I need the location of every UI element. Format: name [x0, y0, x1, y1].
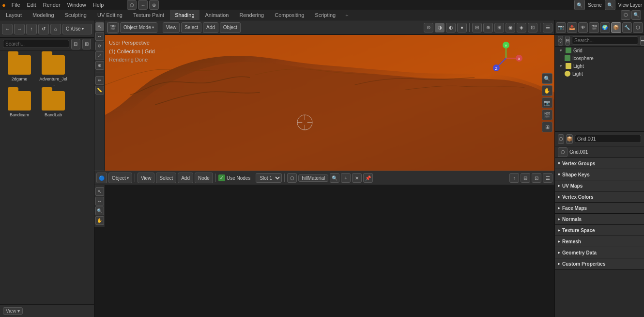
slot-select[interactable]: Slot 1 [256, 173, 282, 183]
prop-icon-render[interactable]: 📷 [556, 22, 566, 33]
file-item-bandicam[interactable]: Bandicam [5, 91, 34, 117]
viewport-canvas[interactable]: User Perspective (1) Collection | Grid R… [105, 35, 554, 171]
viewport-shading-1[interactable]: ⊙ [424, 23, 433, 32]
node-tool-1[interactable]: ↖ [95, 187, 104, 196]
remesh-header[interactable]: ▸ Remesh [555, 236, 644, 247]
editor-type-btn[interactable]: 🎬 [107, 22, 118, 33]
node-new-material-btn[interactable]: + [341, 173, 351, 183]
nav-forward-btn[interactable]: → [14, 24, 25, 34]
viewport-snap-btn[interactable]: ⊞ [494, 23, 504, 32]
tool-measure[interactable]: 📏 [95, 86, 104, 95]
vertex-colors-header[interactable]: ▸ Vertex Colors [555, 191, 644, 202]
tab-texture-paint[interactable]: Texture Paint [128, 10, 169, 20]
menu-window[interactable]: Window [64, 1, 89, 9]
view-menu-btn[interactable]: View [163, 22, 180, 33]
use-nodes-checkbox[interactable]: ✓ [218, 174, 225, 181]
tool-move[interactable]: ↔ [95, 32, 104, 41]
menu-render[interactable]: Render [40, 1, 63, 9]
screen-options-2[interactable]: 🔍 [631, 10, 641, 20]
node-pan[interactable]: ✋ [95, 216, 104, 225]
header-tool-1[interactable]: ⬡ [127, 0, 137, 10]
node-delete-btn[interactable]: ✕ [352, 173, 362, 183]
outliner-filter-btn[interactable]: ⊟ [565, 36, 570, 46]
zoom-in-btn[interactable]: 🔍 [542, 73, 552, 84]
outliner-options-btn[interactable]: ☰ [640, 36, 644, 46]
viewport-gizmo-btn[interactable]: ⊕ [483, 23, 493, 32]
outliner-grid[interactable]: ▾ Grid [555, 47, 644, 54]
view-layer-options-btn[interactable]: 🔍 [605, 0, 615, 10]
nav-back-btn[interactable]: ← [2, 24, 13, 34]
menu-help[interactable]: Help [90, 1, 107, 9]
file-item-bandlab[interactable]: BandLab [39, 91, 68, 117]
texture-space-header[interactable]: ▸ Texture Space [555, 225, 644, 236]
prop-icon-output[interactable]: 📤 [567, 22, 577, 33]
outliner-light[interactable]: Light [555, 70, 644, 78]
object-type-icon[interactable]: ⬡ [558, 134, 564, 144]
menu-edit[interactable]: Edit [24, 1, 39, 9]
object-mode-btn[interactable]: Object Mode [120, 22, 157, 33]
header-tool-3[interactable]: ⊕ [149, 0, 159, 10]
shape-keys-header[interactable]: ▾ Shape Keys [555, 169, 644, 180]
prop-icon-view[interactable]: 👁 [578, 22, 588, 33]
header-tool-2[interactable]: ↔ [138, 0, 148, 10]
tool-transform[interactable]: ⊕ [95, 61, 104, 70]
tab-uv-editing[interactable]: UV Editing [92, 10, 127, 20]
viewport-overlay-btn[interactable]: ⊟ [472, 23, 482, 32]
outliner-type-btn[interactable]: ⬡ [558, 36, 563, 46]
viewport-shading-3[interactable]: ◐ [446, 23, 456, 32]
pan-btn[interactable]: ✋ [542, 85, 552, 96]
node-pin-btn[interactable]: 📌 [363, 173, 373, 183]
viewport-menu-btn[interactable]: ☰ [543, 23, 552, 32]
grid-expand-icon[interactable]: ▾ [558, 48, 564, 53]
prop-icon-object[interactable]: 📦 [611, 22, 621, 33]
object-data-icon[interactable]: ⬡ [558, 147, 567, 157]
node-zoom-in[interactable]: 🔍 [95, 206, 104, 215]
tool-annotate[interactable]: ✏ [95, 76, 104, 85]
use-nodes-toggle[interactable]: ✓ Use Nodes [218, 174, 250, 181]
node-tool-2[interactable]: ↔ [95, 197, 104, 206]
object-props-icon[interactable]: 📦 [566, 134, 573, 144]
normals-header[interactable]: ▸ Normals [555, 214, 644, 224]
viewport-shading-4[interactable]: ● [457, 23, 467, 32]
tab-scripting[interactable]: Scripting [310, 10, 340, 20]
nav-up-btn[interactable]: ↑ [26, 24, 37, 34]
viewport-options-3[interactable]: ⊡ [528, 23, 537, 32]
tab-sculpting[interactable]: Sculpting [60, 10, 92, 20]
node-up-btn[interactable]: ↑ [509, 173, 519, 183]
layout-grid-btn[interactable]: ⊞ [82, 39, 92, 49]
node-browse-btn[interactable]: 🔍 [330, 173, 339, 183]
custom-props-header[interactable]: ▸ Custom Properties [555, 258, 644, 269]
object-menu-btn[interactable]: Object [220, 22, 241, 33]
prop-icon-world[interactable]: 🌍 [600, 22, 610, 33]
material-name[interactable]: hillMaterial [298, 174, 328, 182]
geometry-data-header[interactable]: ▸ Geometry Data [555, 247, 644, 258]
node-object-btn[interactable]: Object [108, 173, 132, 183]
add-menu-btn[interactable]: Add [203, 22, 218, 33]
tab-rendering[interactable]: Rendering [234, 10, 269, 20]
uv-maps-header[interactable]: ▸ UV Maps [555, 180, 644, 191]
tool-scale[interactable]: ⤢ [95, 51, 104, 60]
tool-rotate[interactable]: ⟳ [95, 42, 104, 50]
vertex-groups-header[interactable]: ▾ Vertex Groups [555, 158, 644, 169]
light-expand-icon[interactable]: ▾ [558, 63, 564, 69]
path-btn[interactable]: C:\Use [62, 24, 92, 34]
tool-cursor[interactable]: ↖ [95, 22, 104, 31]
camera-btn[interactable]: 📷 [542, 97, 552, 108]
prop-icon-particles[interactable]: ⬡ [633, 22, 643, 33]
tab-modeling[interactable]: Modeling [28, 10, 59, 20]
nav-refresh-btn[interactable]: ↺ [38, 24, 49, 34]
node-node-btn[interactable]: Node [195, 173, 213, 183]
viewport-options-1[interactable]: ◉ [506, 23, 515, 32]
search-input[interactable] [3, 40, 69, 48]
prop-icon-scene[interactable]: 🎬 [589, 22, 599, 33]
view-dropdown-btn[interactable]: View ▾ [3, 307, 23, 315]
node-add-btn[interactable]: Add [178, 173, 193, 183]
file-item-adventure[interactable]: Adventure_Jel... [39, 55, 68, 86]
node-menu-btn[interactable]: ☰ [543, 173, 552, 183]
viewport-options-2[interactable]: ◈ [517, 23, 526, 32]
face-maps-header[interactable]: ▸ Face Maps [555, 203, 644, 213]
add-workspace-btn[interactable]: + [341, 11, 352, 19]
grid-btn[interactable]: ⊞ [542, 122, 552, 132]
outliner-light-group[interactable]: ▾ Light [555, 62, 644, 70]
tab-compositing[interactable]: Compositing [270, 10, 309, 20]
